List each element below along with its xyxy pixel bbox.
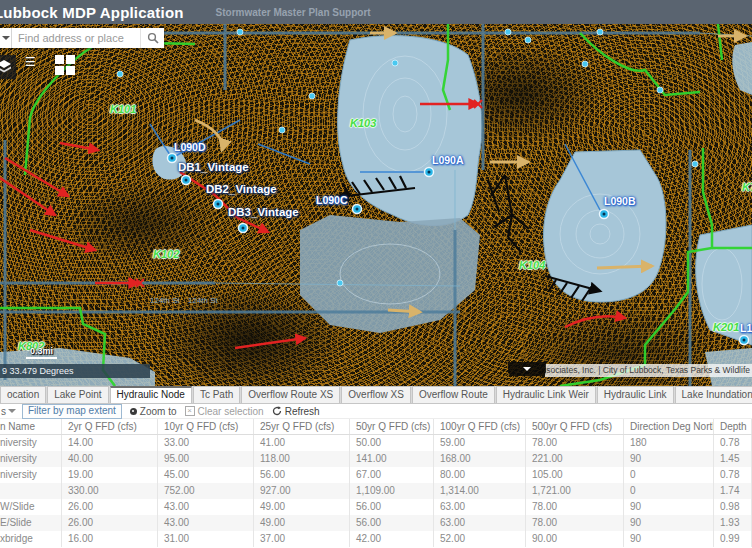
table-cell: 37.00 (254, 531, 350, 547)
table-cell: 59.00 (434, 435, 526, 451)
search-dropdown-button[interactable] (0, 28, 12, 48)
search-button[interactable] (140, 28, 164, 48)
table-cell: 330.00 (62, 483, 158, 499)
search-bar (0, 28, 164, 48)
tab-lake-point[interactable]: Lake Point (47, 386, 108, 403)
tab-lake-inundation-iwse[interactable]: Lake Inundation (IWSE) (675, 386, 752, 403)
table-cell: niversity (0, 467, 62, 483)
tab-overflow-route[interactable]: Overflow Route (412, 386, 495, 403)
refresh-icon (272, 406, 282, 416)
zoom-to-icon (130, 408, 137, 415)
table-cell: 1.74 (714, 483, 752, 499)
table-cell: 0 (624, 483, 714, 499)
table-row[interactable]: niversity14.0033.0041.0050.0059.0078.001… (0, 435, 752, 451)
table-cell: 67.00 (350, 467, 434, 483)
search-input[interactable] (12, 28, 140, 48)
table-cell: 0.98 (714, 499, 752, 515)
coordinate-readout: 9 33.479 Degrees (0, 364, 150, 378)
refresh-button[interactable]: Refresh (272, 406, 320, 417)
table-cell: 80.00 (434, 467, 526, 483)
options-menu[interactable]: s (1, 406, 16, 417)
clear-selection-button[interactable]: × Clear selection (185, 406, 264, 417)
table-cell: xbridge (0, 531, 62, 547)
map-features (0, 24, 752, 386)
basemap-gallery-button[interactable] (55, 55, 77, 77)
tab-tc-path[interactable]: Tc Path (193, 386, 240, 403)
column-header[interactable]: 100yr Q FFD (cfs) (434, 419, 526, 434)
table-cell: 78.00 (526, 435, 624, 451)
tab-hydraulic-link-weir[interactable]: Hydraulic Link Weir (496, 386, 596, 403)
table-cell: niversity (0, 435, 62, 451)
table-cell: E/Slide (0, 515, 62, 531)
table-cell: 14.00 (62, 435, 158, 451)
layers-button[interactable] (0, 55, 16, 79)
table-cell: 42.00 (350, 531, 434, 547)
table-row[interactable]: E/Slide26.0043.0049.0056.0063.0078.00901… (0, 515, 752, 531)
table-cell: 90.00 (526, 531, 624, 547)
tab-hydraulic-link[interactable]: Hydraulic Link (597, 386, 674, 403)
table-cell: 0.99 (714, 531, 752, 547)
table-cell: 1,109.00 (350, 483, 434, 499)
zoom-to-button[interactable]: Zoom to (130, 406, 177, 417)
table-cell: 49.00 (254, 499, 350, 515)
table-cell: 56.00 (350, 499, 434, 515)
column-header[interactable]: Direction Deg North (624, 419, 714, 434)
app-title: Lubbock MDP Application (0, 4, 184, 21)
column-header[interactable]: 50yr Q FFD (cfs) (350, 419, 434, 434)
column-header[interactable]: 25yr Q FFD (cfs) (254, 419, 350, 434)
table-body: niversity14.0033.0041.0050.0059.0078.001… (0, 435, 752, 547)
table-cell: 50.00 (350, 435, 434, 451)
table-cell: 52.00 (434, 531, 526, 547)
table-cell: 63.00 (434, 499, 526, 515)
options-label: s (1, 406, 6, 417)
tab-hydraulic-node[interactable]: Hydraulic Node (110, 386, 192, 403)
table-cell: 1.45 (714, 451, 752, 467)
table-cell: 45.00 (158, 467, 254, 483)
filter-by-map-extent-button[interactable]: Filter by map extent (22, 404, 122, 419)
table-row[interactable]: W/Slide26.0043.0049.0056.0063.0078.00900… (0, 499, 752, 515)
table-cell: 95.00 (158, 451, 254, 467)
table-cell: 1,721.00 (526, 483, 624, 499)
table-cell: 141.00 (350, 451, 434, 467)
table-cell: 56.00 (254, 467, 350, 483)
table-cell: niversity (0, 451, 62, 467)
tab-overflow-route-xs[interactable]: Overflow Route XS (241, 386, 340, 403)
tab-ocation[interactable]: ocation (0, 386, 46, 403)
table-cell: 1,314.00 (434, 483, 526, 499)
table-cell: 1.93 (714, 515, 752, 531)
chevron-down-icon (523, 367, 531, 371)
table-row[interactable]: niversity19.0045.0056.0067.0080.00105.00… (0, 467, 752, 483)
table-cell: 41.00 (254, 435, 350, 451)
table-cell: 105.00 (526, 467, 624, 483)
table-row[interactable]: 330.00752.00927.001,109.001,314.001,721.… (0, 483, 752, 499)
tab-overflow-xs[interactable]: Overflow XS (341, 386, 411, 403)
legend-button[interactable]: ☰ (25, 56, 36, 68)
panel-collapse-button[interactable] (508, 362, 546, 376)
table-cell: 180 (624, 435, 714, 451)
column-header[interactable]: n Name (0, 419, 62, 434)
table-cell: 63.00 (434, 515, 526, 531)
column-header[interactable]: Depth (714, 419, 752, 434)
table-cell: 43.00 (158, 515, 254, 531)
table-toolbar: s Filter by map extent Zoom to × Clear s… (0, 404, 752, 419)
table-cell: 16.00 (62, 531, 158, 547)
map-canvas[interactable]: K101K102K103K104K201K802K7L090DL090AL090… (0, 24, 752, 386)
table-cell: 49.00 (254, 515, 350, 531)
table-row[interactable]: niversity40.0095.00118.00141.00168.00221… (0, 451, 752, 467)
app-subtitle: Stormwater Master Plan Support (216, 7, 371, 18)
table-cell: 90 (624, 451, 714, 467)
table-cell: 26.00 (62, 515, 158, 531)
chevron-down-icon (2, 36, 10, 40)
table-cell: 31.00 (158, 531, 254, 547)
column-header[interactable]: 500yr Q FFD (cfs) (526, 419, 624, 434)
table-cell: 40.00 (62, 451, 158, 467)
column-header[interactable]: 2yr Q FFD (cfs) (62, 419, 158, 434)
table-cell (0, 483, 62, 499)
column-header[interactable]: 10yr Q FFD (cfs) (158, 419, 254, 434)
table-cell: 19.00 (62, 467, 158, 483)
table-cell: 90 (624, 499, 714, 515)
lake-polygons (0, 36, 752, 386)
table-row[interactable]: xbridge16.0031.0037.0042.0052.0090.00900… (0, 531, 752, 547)
attribute-table: n Name2yr Q FFD (cfs)10yr Q FFD (cfs)25y… (0, 419, 752, 548)
table-cell: 0.78 (714, 467, 752, 483)
